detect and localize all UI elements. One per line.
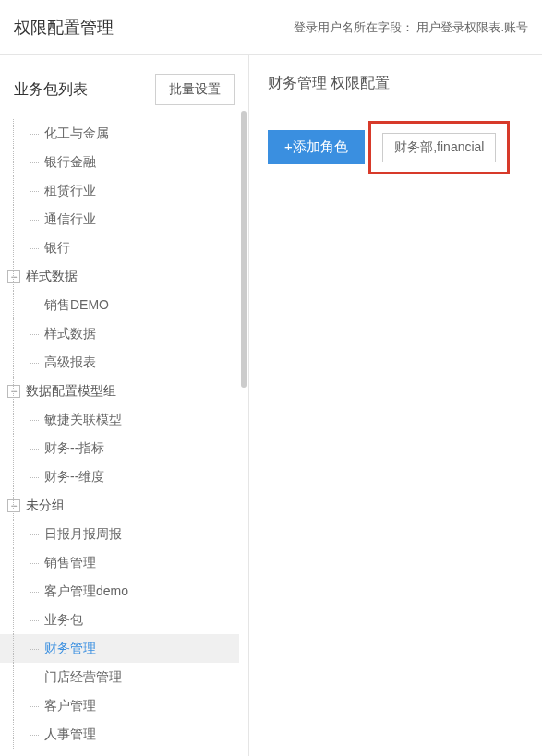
collapse-icon[interactable]: − — [7, 270, 20, 283]
tree-item[interactable]: 银行金融 — [0, 148, 239, 176]
tree-item[interactable]: 人事管理 — [0, 720, 239, 749]
main-title-suffix: 权限配置 — [331, 75, 390, 90]
main-title: 财务管理 权限配置 — [268, 74, 524, 93]
scrollbar-thumb[interactable] — [241, 111, 247, 388]
add-role-button[interactable]: +添加角色 — [268, 130, 365, 164]
login-info: 登录用户名所在字段： 用户登录权限表.账号 — [294, 19, 528, 36]
tree-group[interactable]: −未分组 — [0, 491, 239, 520]
tree-item[interactable]: 客户管理demo — [0, 577, 239, 606]
sidebar-title: 业务包列表 — [14, 80, 155, 100]
batch-settings-button[interactable]: 批量设置 — [155, 74, 235, 105]
tree-item-label: 银行金融 — [44, 154, 96, 171]
tree-item-label: 财务管理 — [44, 641, 96, 657]
login-label: 登录用户名所在字段： — [294, 20, 414, 34]
main-title-prefix: 财务管理 — [268, 75, 327, 90]
tree-item-label: 业务包 — [44, 612, 83, 629]
tree-item-label: 化工与金属 — [44, 126, 109, 142]
login-value: 用户登录权限表.账号 — [416, 20, 528, 34]
tree-item[interactable]: 门店经营管理 — [0, 663, 239, 691]
tree-item[interactable]: 销售管理 — [0, 548, 239, 577]
tree-item[interactable]: 高级报表 — [0, 348, 239, 377]
tree-group-label: 未分组 — [26, 498, 65, 514]
tree-item-label: 财务--维度 — [44, 469, 104, 486]
tree-item[interactable]: 敏捷关联模型 — [0, 405, 239, 434]
tree-item[interactable]: 化工与金属 — [0, 119, 239, 148]
business-package-tree: 化工与金属银行金融租赁行业通信行业银行−样式数据销售DEMO样式数据高级报表−数… — [0, 119, 248, 749]
tree-item-label: 日报月报周报 — [44, 526, 122, 543]
sidebar: 业务包列表 批量设置 化工与金属银行金融租赁行业通信行业银行−样式数据销售DEM… — [0, 55, 249, 756]
tree-item[interactable]: 银行 — [0, 234, 239, 262]
tree-group[interactable]: −样式数据 — [0, 262, 239, 291]
tree-item[interactable]: 客户管理 — [0, 691, 239, 720]
tree-item-label: 销售管理 — [44, 555, 96, 571]
tree-group[interactable]: −数据配置模型组 — [0, 377, 239, 405]
tree-item[interactable]: 业务包 — [0, 606, 239, 634]
collapse-icon[interactable]: − — [7, 499, 20, 512]
tree-item[interactable]: 租赁行业 — [0, 176, 239, 205]
tree-item-label: 人事管理 — [44, 726, 96, 743]
tree-item[interactable]: 财务管理 — [0, 634, 239, 663]
collapse-icon[interactable]: − — [7, 385, 20, 398]
page-title: 权限配置管理 — [14, 17, 114, 39]
role-chip[interactable]: 财务部,financial — [382, 133, 496, 162]
tree-item-label: 样式数据 — [44, 326, 96, 342]
tree-item[interactable]: 销售DEMO — [0, 291, 239, 319]
tree-item-label: 高级报表 — [44, 354, 96, 371]
tree-item-label: 敏捷关联模型 — [44, 412, 122, 428]
tree-item-label: 租赁行业 — [44, 183, 96, 199]
tree-item-label: 门店经营管理 — [44, 669, 122, 686]
tree-item[interactable]: 日报月报周报 — [0, 520, 239, 548]
tree-item-label: 银行 — [44, 240, 70, 257]
tree-item-label: 客户管理demo — [44, 583, 128, 600]
main-panel: 财务管理 权限配置 +添加角色 财务部,financial — [249, 55, 542, 756]
tree-item[interactable]: 样式数据 — [0, 319, 239, 348]
tree-item[interactable]: 通信行业 — [0, 205, 239, 234]
tree-item[interactable]: 财务--维度 — [0, 462, 239, 491]
header: 权限配置管理 登录用户名所在字段： 用户登录权限表.账号 — [0, 0, 542, 55]
tree-group-label: 样式数据 — [26, 269, 78, 285]
tree-group-label: 数据配置模型组 — [26, 383, 116, 400]
tree-item-label: 销售DEMO — [44, 297, 109, 314]
role-chip-highlight: 财务部,financial — [368, 121, 510, 174]
tree-item-label: 客户管理 — [44, 698, 96, 714]
tree-item-label: 财务--指标 — [44, 440, 104, 457]
tree-item[interactable]: 财务--指标 — [0, 434, 239, 462]
tree-item-label: 通信行业 — [44, 211, 96, 228]
